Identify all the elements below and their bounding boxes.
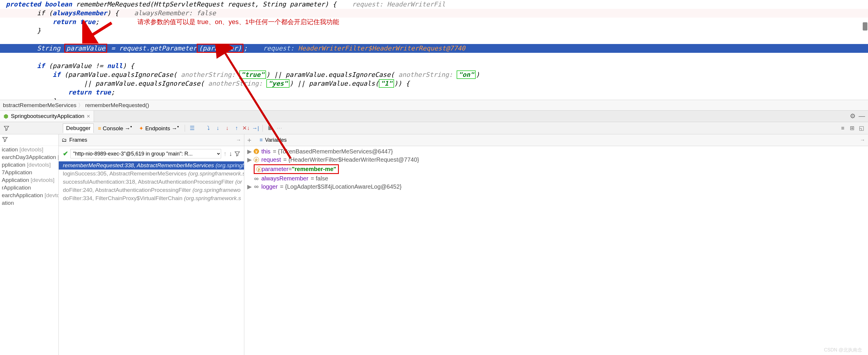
variable-row[interactable]: p parameter = "remember-me" <box>244 164 868 174</box>
step-over-icon[interactable]: ⤵ <box>205 124 213 132</box>
tab-endpoints[interactable]: ✦ Endpoints →• <box>136 123 182 133</box>
debug-toolbar: Debugger ≡ Console →• ✦ Endpoints →• ☰ ⤵… <box>0 122 868 134</box>
step-out-icon[interactable]: ↑ <box>232 124 241 132</box>
variables-panel: + ≡ Variables → ▶y this = {TokenBasedRem… <box>244 134 868 355</box>
code-line: || paramValue.equalsIgnoreCase( anotherS… <box>0 79 868 88</box>
spring-icon: ⬢ <box>3 113 8 120</box>
filter-icon[interactable] <box>2 137 8 142</box>
layout-icon[interactable]: ☰ <box>188 124 196 132</box>
force-step-into-icon[interactable]: ↓ <box>223 124 231 132</box>
code-line: if (paramValue.equalsIgnoreCase( another… <box>0 70 868 79</box>
minimize-icon[interactable]: — <box>859 112 865 120</box>
code-line: } <box>0 26 868 35</box>
stack-frame[interactable]: doFilter:240, AbstractAuthenticationProc… <box>59 186 244 194</box>
variables-icon: ≡ <box>259 137 263 143</box>
trace-icon[interactable]: ⋯ <box>275 124 283 132</box>
stack-frame[interactable]: rememberMeRequested:338, AbstractRemembe… <box>59 161 244 169</box>
run-tab-bar: ⬢ SpringbootsecurityApplication × ⚙ — <box>0 110 868 122</box>
panel-title: Frames <box>69 137 87 143</box>
drop-frame-icon[interactable]: ✕↓ <box>242 124 250 132</box>
run-config-item[interactable]: 7Application <box>0 169 58 176</box>
frames-panel: 🗂 Frames → ✔ "http-nio-8989-exec-3"@5,61… <box>59 134 244 355</box>
stack-frame[interactable]: doFilter:334, FilterChainProxy$VirtualFi… <box>59 194 244 202</box>
close-icon[interactable]: × <box>87 113 90 120</box>
run-configs-panel: ication [devtools]earchDay3Application [… <box>0 134 59 355</box>
variables-list[interactable]: ▶y this = {TokenBasedRememberMeServices@… <box>244 146 868 355</box>
restore-icon[interactable]: ◱ <box>858 124 866 132</box>
panel-title: Variables <box>265 137 287 143</box>
run-to-cursor-icon[interactable]: →| <box>251 124 259 132</box>
code-line: if (paramValue != null) { <box>0 62 868 70</box>
list-icon[interactable]: ≡ <box>839 124 847 132</box>
run-config-item[interactable]: ication [devtools] <box>0 146 58 154</box>
code-editor[interactable]: protected boolean rememberMeRequested(Ht… <box>0 0 868 100</box>
run-config-item[interactable]: earchApplication [devtools] <box>0 192 58 199</box>
evaluate-icon[interactable]: 🖩 <box>266 124 274 132</box>
gear-icon[interactable]: ⚙ <box>850 112 856 120</box>
up-icon[interactable]: ↑ <box>223 150 227 158</box>
scrollbar-thumb[interactable] <box>863 22 867 31</box>
down-icon[interactable]: ↓ <box>229 150 232 158</box>
plus-icon[interactable]: + <box>247 136 251 144</box>
breadcrumb-item[interactable]: rememberMeRequested() <box>85 102 149 108</box>
tab-label: SpringbootsecurityApplication <box>11 113 84 120</box>
chevron-right-icon: 〉 <box>78 102 83 109</box>
code-line: if (alwaysRemember) { alwaysRemember: fa… <box>0 9 868 18</box>
stack-frames-list[interactable]: rememberMeRequested:338, AbstractRemembe… <box>59 161 244 355</box>
code-line: protected boolean rememberMeRequested(Ht… <box>0 0 868 9</box>
variable-row[interactable]: ▶p request = {HeaderWriterFilter$HeaderW… <box>244 156 868 164</box>
check-icon: ✔ <box>63 150 68 158</box>
stack-frame[interactable]: successfulAuthentication:318, AbstractAu… <box>59 178 244 186</box>
run-config-item[interactable]: earchDay3Application [devtools] <box>0 154 58 161</box>
watermark: CSDN @北执南念 <box>824 347 862 353</box>
breadcrumb[interactable]: bstractRememberMeServices 〉 rememberMeRe… <box>0 100 868 110</box>
run-config-item[interactable]: Application [devtools] <box>0 176 58 184</box>
code-line <box>0 53 868 62</box>
tab-debugger[interactable]: Debugger <box>63 124 94 133</box>
variable-row[interactable]: ▶∞ logger = {LogAdapter$Slf4jLocationAwa… <box>244 183 868 191</box>
run-tab[interactable]: ⬢ SpringbootsecurityApplication × <box>0 110 94 122</box>
arrow-icon[interactable]: → <box>236 137 241 143</box>
thread-icon[interactable]: ⊞ <box>848 124 856 132</box>
code-line: return true;请求参数的值可以是 true、on、yes、1中任何一个… <box>0 18 868 26</box>
thread-selector[interactable]: ✔ "http-nio-8989-exec-3"@5,619 in group … <box>61 148 242 160</box>
run-config-item[interactable]: pplication [devtools] <box>0 161 58 169</box>
variable-row[interactable]: ▶y this = {TokenBasedRememberMeServices@… <box>244 147 868 156</box>
annotation-text: 请求参数的值可以是 true、on、yes、1中任何一个都会开启记住我功能 <box>137 18 339 26</box>
filter-icon[interactable] <box>2 124 10 132</box>
stack-frame[interactable]: loginSuccess:305, AbstractRememberMeServ… <box>59 169 244 178</box>
run-config-item[interactable]: ation <box>0 199 58 207</box>
filter-icon[interactable] <box>235 151 240 156</box>
thread-dropdown[interactable]: "http-nio-8989-exec-3"@5,619 in group "m… <box>70 149 221 158</box>
code-line <box>0 35 868 44</box>
step-into-icon[interactable]: ↓ <box>214 124 222 132</box>
tab-console[interactable]: ≡ Console →• <box>95 123 135 133</box>
arrow-icon[interactable]: → <box>860 137 865 143</box>
run-config-item[interactable]: rApplication <box>0 184 58 192</box>
frames-icon: 🗂 <box>62 137 67 143</box>
code-line: } <box>0 97 868 100</box>
code-line: return true; <box>0 88 868 97</box>
code-line-selected: String paramValue = request.getParameter… <box>0 44 868 53</box>
breadcrumb-item[interactable]: bstractRememberMeServices <box>3 102 76 108</box>
variable-row[interactable]: ∞ alwaysRemember = false <box>244 174 868 183</box>
